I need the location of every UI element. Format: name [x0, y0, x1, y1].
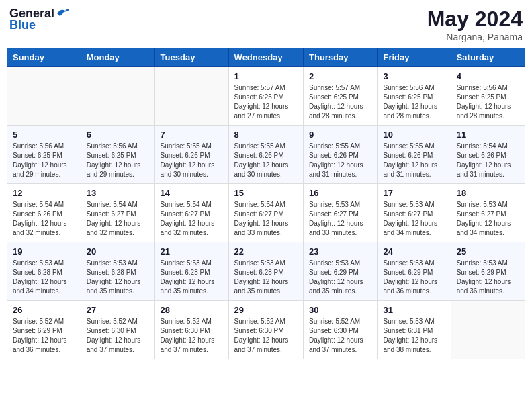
calendar-cell: 5Sunrise: 5:56 AM Sunset: 6:25 PM Daylig… — [7, 126, 81, 184]
day-number: 27 — [87, 305, 149, 315]
day-number: 7 — [161, 130, 223, 140]
calendar-cell: 10Sunrise: 5:55 AM Sunset: 6:26 PM Dayli… — [378, 126, 451, 184]
weekday-header-thursday: Thursday — [304, 48, 378, 67]
day-info: Sunrise: 5:54 AM Sunset: 6:26 PM Dayligh… — [13, 200, 75, 238]
day-number: 29 — [234, 305, 298, 315]
calendar-cell: 4Sunrise: 5:56 AM Sunset: 6:25 PM Daylig… — [451, 67, 525, 126]
calendar-cell: 12Sunrise: 5:54 AM Sunset: 6:26 PM Dayli… — [7, 184, 81, 242]
location: Nargana, Panama — [427, 32, 523, 42]
calendar-cell: 11Sunrise: 5:54 AM Sunset: 6:26 PM Dayli… — [451, 126, 525, 184]
day-info: Sunrise: 5:57 AM Sunset: 6:25 PM Dayligh… — [309, 83, 371, 121]
day-number: 4 — [457, 71, 519, 81]
day-info: Sunrise: 5:53 AM Sunset: 6:27 PM Dayligh… — [309, 200, 371, 238]
day-number: 16 — [309, 188, 371, 198]
day-info: Sunrise: 5:54 AM Sunset: 6:27 PM Dayligh… — [234, 200, 298, 238]
calendar-cell: 31Sunrise: 5:53 AM Sunset: 6:31 PM Dayli… — [378, 301, 451, 359]
calendar-cell — [7, 67, 81, 126]
day-number: 19 — [13, 246, 75, 257]
calendar-cell: 14Sunrise: 5:54 AM Sunset: 6:27 PM Dayli… — [154, 184, 228, 242]
calendar-table: SundayMondayTuesdayWednesdayThursdayFrid… — [7, 48, 525, 359]
day-number: 2 — [309, 71, 371, 81]
day-number: 8 — [234, 130, 298, 140]
day-info: Sunrise: 5:53 AM Sunset: 6:31 PM Dayligh… — [383, 317, 445, 355]
logo: General Blue — [9, 7, 71, 32]
day-number: 5 — [13, 130, 75, 140]
day-number: 1 — [234, 71, 298, 81]
weekday-header-sunday: Sunday — [7, 48, 81, 67]
calendar-week-row: 12Sunrise: 5:54 AM Sunset: 6:26 PM Dayli… — [7, 184, 525, 242]
day-number: 15 — [234, 188, 298, 198]
day-info: Sunrise: 5:56 AM Sunset: 6:25 PM Dayligh… — [87, 142, 149, 179]
day-info: Sunrise: 5:54 AM Sunset: 6:27 PM Dayligh… — [161, 200, 223, 238]
day-info: Sunrise: 5:52 AM Sunset: 6:30 PM Dayligh… — [87, 317, 149, 355]
calendar-cell: 25Sunrise: 5:53 AM Sunset: 6:29 PM Dayli… — [451, 242, 525, 301]
day-info: Sunrise: 5:55 AM Sunset: 6:26 PM Dayligh… — [309, 142, 371, 179]
weekday-header-monday: Monday — [81, 48, 154, 67]
day-info: Sunrise: 5:53 AM Sunset: 6:28 PM Dayligh… — [234, 259, 298, 296]
day-info: Sunrise: 5:54 AM Sunset: 6:27 PM Dayligh… — [87, 200, 149, 238]
calendar-cell: 28Sunrise: 5:52 AM Sunset: 6:30 PM Dayli… — [154, 301, 228, 359]
calendar-cell: 1Sunrise: 5:57 AM Sunset: 6:25 PM Daylig… — [228, 67, 303, 126]
calendar-cell: 17Sunrise: 5:53 AM Sunset: 6:27 PM Dayli… — [378, 184, 451, 242]
day-info: Sunrise: 5:53 AM Sunset: 6:28 PM Dayligh… — [161, 259, 223, 296]
calendar-cell — [154, 67, 228, 126]
day-info: Sunrise: 5:55 AM Sunset: 6:26 PM Dayligh… — [161, 142, 223, 179]
day-info: Sunrise: 5:53 AM Sunset: 6:28 PM Dayligh… — [13, 259, 75, 296]
calendar-cell — [451, 301, 525, 359]
calendar-cell: 27Sunrise: 5:52 AM Sunset: 6:30 PM Dayli… — [81, 301, 154, 359]
day-info: Sunrise: 5:53 AM Sunset: 6:29 PM Dayligh… — [457, 259, 519, 296]
calendar-cell: 19Sunrise: 5:53 AM Sunset: 6:28 PM Dayli… — [7, 242, 81, 301]
day-info: Sunrise: 5:55 AM Sunset: 6:26 PM Dayligh… — [234, 142, 298, 179]
day-info: Sunrise: 5:56 AM Sunset: 6:25 PM Dayligh… — [457, 83, 519, 121]
day-number: 11 — [457, 130, 519, 140]
day-info: Sunrise: 5:53 AM Sunset: 6:27 PM Dayligh… — [457, 200, 519, 238]
day-number: 20 — [87, 246, 149, 257]
day-number: 30 — [309, 305, 371, 315]
day-number: 28 — [161, 305, 223, 315]
calendar-cell: 26Sunrise: 5:52 AM Sunset: 6:29 PM Dayli… — [7, 301, 81, 359]
calendar-cell: 23Sunrise: 5:53 AM Sunset: 6:29 PM Dayli… — [304, 242, 378, 301]
logo-bird-icon — [56, 7, 71, 19]
calendar-cell: 2Sunrise: 5:57 AM Sunset: 6:25 PM Daylig… — [304, 67, 378, 126]
calendar-week-row: 5Sunrise: 5:56 AM Sunset: 6:25 PM Daylig… — [7, 126, 525, 184]
calendar-cell — [81, 67, 154, 126]
day-number: 18 — [457, 188, 519, 198]
calendar-week-row: 19Sunrise: 5:53 AM Sunset: 6:28 PM Dayli… — [7, 242, 525, 301]
calendar-cell: 22Sunrise: 5:53 AM Sunset: 6:28 PM Dayli… — [228, 242, 303, 301]
month-title: May 2024 — [427, 7, 523, 32]
day-number: 25 — [457, 246, 519, 257]
calendar-cell: 9Sunrise: 5:55 AM Sunset: 6:26 PM Daylig… — [304, 126, 378, 184]
day-number: 17 — [383, 188, 445, 198]
weekday-header-friday: Friday — [378, 48, 451, 67]
day-number: 3 — [383, 71, 445, 81]
calendar-cell: 30Sunrise: 5:52 AM Sunset: 6:30 PM Dayli… — [304, 301, 378, 359]
calendar-cell: 29Sunrise: 5:52 AM Sunset: 6:30 PM Dayli… — [228, 301, 303, 359]
day-info: Sunrise: 5:55 AM Sunset: 6:26 PM Dayligh… — [383, 142, 445, 179]
day-info: Sunrise: 5:53 AM Sunset: 6:27 PM Dayligh… — [383, 200, 445, 238]
calendar-cell: 7Sunrise: 5:55 AM Sunset: 6:26 PM Daylig… — [154, 126, 228, 184]
day-number: 12 — [13, 188, 75, 198]
weekday-header-saturday: Saturday — [451, 48, 525, 67]
weekday-header-wednesday: Wednesday — [228, 48, 303, 67]
calendar-cell: 13Sunrise: 5:54 AM Sunset: 6:27 PM Dayli… — [81, 184, 154, 242]
day-number: 9 — [309, 130, 371, 140]
day-info: Sunrise: 5:52 AM Sunset: 6:30 PM Dayligh… — [234, 317, 298, 355]
day-number: 24 — [383, 246, 445, 257]
day-number: 6 — [87, 130, 149, 140]
day-info: Sunrise: 5:52 AM Sunset: 6:29 PM Dayligh… — [13, 317, 75, 355]
day-info: Sunrise: 5:53 AM Sunset: 6:29 PM Dayligh… — [383, 259, 445, 296]
calendar-cell: 21Sunrise: 5:53 AM Sunset: 6:28 PM Dayli… — [154, 242, 228, 301]
calendar-cell: 20Sunrise: 5:53 AM Sunset: 6:28 PM Dayli… — [81, 242, 154, 301]
day-number: 22 — [234, 246, 298, 257]
day-info: Sunrise: 5:53 AM Sunset: 6:29 PM Dayligh… — [309, 259, 371, 296]
calendar-cell: 18Sunrise: 5:53 AM Sunset: 6:27 PM Dayli… — [451, 184, 525, 242]
day-number: 31 — [383, 305, 445, 315]
day-info: Sunrise: 5:54 AM Sunset: 6:26 PM Dayligh… — [457, 142, 519, 179]
day-info: Sunrise: 5:53 AM Sunset: 6:28 PM Dayligh… — [87, 259, 149, 296]
calendar-cell: 6Sunrise: 5:56 AM Sunset: 6:25 PM Daylig… — [81, 126, 154, 184]
calendar-cell: 15Sunrise: 5:54 AM Sunset: 6:27 PM Dayli… — [228, 184, 303, 242]
day-info: Sunrise: 5:52 AM Sunset: 6:30 PM Dayligh… — [161, 317, 223, 355]
calendar-cell: 16Sunrise: 5:53 AM Sunset: 6:27 PM Dayli… — [304, 184, 378, 242]
day-info: Sunrise: 5:56 AM Sunset: 6:25 PM Dayligh… — [13, 142, 75, 179]
day-info: Sunrise: 5:56 AM Sunset: 6:25 PM Dayligh… — [383, 83, 445, 121]
